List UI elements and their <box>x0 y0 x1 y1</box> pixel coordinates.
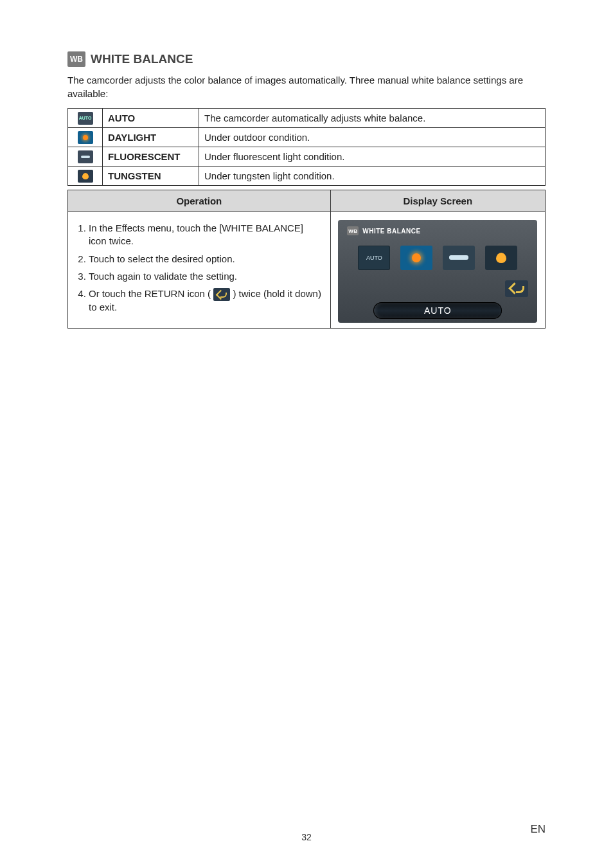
page-number: 32 <box>301 832 312 842</box>
option-auto[interactable]: AUTO <box>358 246 390 270</box>
wb-icon: WB <box>67 51 85 67</box>
option-fluorescent[interactable] <box>443 246 475 270</box>
setting-desc: The camcorder automatically adjusts whit… <box>199 109 546 128</box>
auto-icon: AUTO <box>78 112 93 125</box>
operation-table: Operation Display Screen In the Effects … <box>67 190 546 329</box>
display-header-row: WB WHITE BALANCE <box>347 226 528 235</box>
display-header: Display Screen <box>330 190 545 212</box>
table-row: AUTO AUTO The camcorder automatically ad… <box>68 109 546 128</box>
page-footer: 32 <box>0 832 613 842</box>
setting-label: DAYLIGHT <box>103 128 199 147</box>
display-screen: WB WHITE BALANCE AUTO AUTO <box>338 220 537 323</box>
option-row: AUTO <box>347 246 528 270</box>
step-4: Or touch the RETURN icon ( ) twice (hold… <box>89 287 324 314</box>
display-cell: WB WHITE BALANCE AUTO AUTO <box>330 212 545 329</box>
setting-desc: Under fluorescent light condition. <box>199 147 546 167</box>
setting-desc: Under tungsten light condition. <box>199 167 546 186</box>
selection-pill: AUTO <box>373 302 502 319</box>
step-1: In the Effects menu, touch the [WHITE BA… <box>89 222 324 248</box>
option-tungsten[interactable] <box>485 246 517 270</box>
intro-paragraph: The camcorder adjusts the color balance … <box>67 73 546 100</box>
return-button[interactable] <box>505 280 528 297</box>
step-2: Touch to select the desired option. <box>89 253 324 266</box>
language-indicator: EN <box>530 823 546 836</box>
table-row: DAYLIGHT Under outdoor condition. <box>68 128 546 147</box>
operation-header: Operation <box>68 190 331 212</box>
operation-steps: In the Effects menu, touch the [WHITE BA… <box>68 212 331 329</box>
option-daylight[interactable] <box>400 246 432 270</box>
step-4-prefix: Or touch the RETURN icon ( <box>89 288 211 299</box>
step-3: Touch again to validate the setting. <box>89 270 324 283</box>
return-icon <box>213 288 230 301</box>
table-row: FLUORESCENT Under fluorescent light cond… <box>68 147 546 167</box>
settings-table: AUTO AUTO The camcorder automatically ad… <box>67 108 546 186</box>
section-title-text: WHITE BALANCE <box>91 52 193 66</box>
tungsten-icon <box>78 170 93 183</box>
setting-desc: Under outdoor condition. <box>199 128 546 147</box>
wb-icon: WB <box>347 226 359 235</box>
fluorescent-icon <box>78 150 93 163</box>
section-title: WB WHITE BALANCE <box>67 51 546 67</box>
table-row: TUNGSTEN Under tungsten light condition. <box>68 167 546 186</box>
display-header-text: WHITE BALANCE <box>362 228 420 235</box>
setting-label: TUNGSTEN <box>103 167 199 186</box>
daylight-icon <box>78 131 93 144</box>
setting-label: AUTO <box>103 109 199 128</box>
setting-label: FLUORESCENT <box>103 147 199 167</box>
